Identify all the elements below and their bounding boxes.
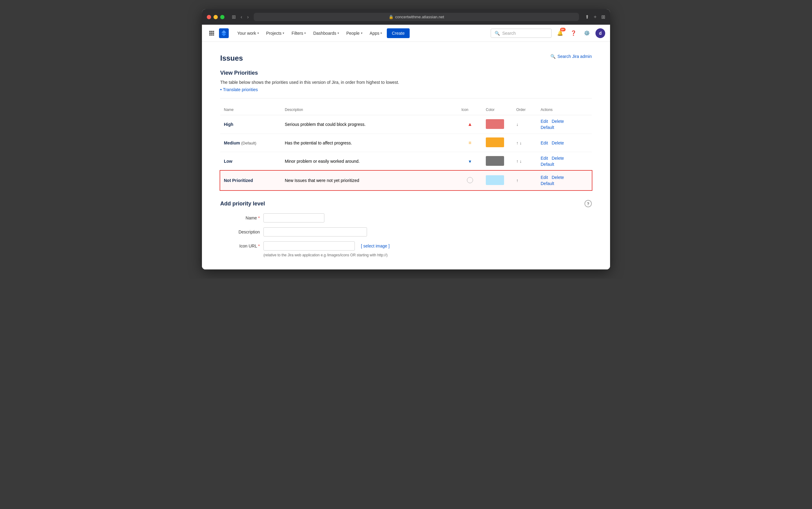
default-low-link[interactable]: Default [541, 162, 554, 167]
description-label: Description [220, 230, 260, 234]
dashboards-chevron: ▾ [337, 31, 339, 35]
page-title: Issues [220, 54, 243, 63]
search-icon: 🔍 [494, 31, 500, 36]
delete-not-prioritized-link[interactable]: Delete [552, 175, 564, 180]
svg-rect-7 [211, 34, 213, 36]
priority-name-not-prioritized: Not Prioritized [220, 171, 281, 191]
icon-required-marker: * [258, 243, 260, 248]
edit-high-link[interactable]: Edit [541, 119, 548, 124]
description-input[interactable] [263, 227, 367, 237]
order-up-not-prioritized[interactable]: ↑ [516, 178, 518, 183]
nav-bar: Your work ▾ Projects ▾ Filters ▾ Dashboa… [202, 25, 610, 42]
priority-color-low [482, 152, 513, 171]
search-box[interactable]: 🔍 Search [491, 29, 552, 38]
edit-medium-link[interactable]: Edit [541, 140, 548, 145]
svg-rect-8 [213, 34, 214, 36]
browser-actions: ⬆ ＋ ⊞ [585, 14, 605, 20]
jira-logo[interactable] [219, 28, 229, 38]
priority-desc-not-prioritized: New Issues that were not yet prioritized [281, 171, 458, 191]
minimize-button[interactable] [214, 15, 218, 19]
create-button[interactable]: Create [387, 28, 409, 38]
notifications-button[interactable]: 🔔 9+ [555, 28, 565, 38]
user-avatar[interactable]: d [595, 28, 605, 38]
browser-controls: ⊞ ‹ › [230, 13, 250, 21]
grid-icon[interactable] [207, 28, 217, 38]
icon-url-input[interactable] [263, 241, 355, 250]
lock-icon: 🔒 [389, 14, 394, 19]
default-high-link[interactable]: Default [541, 125, 554, 130]
priority-name-medium: Medium (Default) [220, 134, 281, 152]
filters-chevron: ▾ [304, 31, 306, 35]
delete-medium-link[interactable]: Delete [552, 140, 564, 145]
back-icon[interactable]: ‹ [239, 14, 243, 21]
translate-priorities-link[interactable]: Translate priorities [220, 87, 258, 92]
col-header-description: Description [281, 105, 458, 115]
order-down-high[interactable]: ↓ [516, 122, 518, 127]
order-down-low[interactable]: ↓ [520, 159, 522, 164]
new-tab-icon[interactable]: ＋ [593, 14, 598, 20]
view-priorities-title: View Priorities [220, 70, 592, 76]
svg-rect-5 [213, 33, 214, 34]
order-up-medium[interactable]: ↑ [516, 140, 518, 145]
priority-actions-not-prioritized: Edit Delete Default [537, 171, 592, 191]
close-button[interactable] [207, 15, 211, 19]
table-row: Medium (Default) Has the potential to af… [220, 134, 592, 152]
search-admin-icon: 🔍 [550, 54, 556, 59]
add-priority-title: Add priority level [220, 201, 265, 207]
medium-priority-icon: ≡ [469, 140, 471, 145]
forward-icon[interactable]: › [246, 14, 250, 21]
settings-button[interactable]: ⚙️ [582, 28, 592, 38]
color-swatch-medium [486, 137, 504, 147]
order-up-low[interactable]: ↑ [516, 159, 518, 164]
grid-view-icon[interactable]: ⊞ [601, 14, 605, 20]
svg-rect-1 [211, 31, 213, 32]
col-header-name: Name [220, 105, 281, 115]
maximize-button[interactable] [220, 15, 224, 19]
form-row-icon-url: Icon URL * [ select image ] [220, 241, 592, 250]
edit-low-link[interactable]: Edit [541, 156, 548, 161]
nav-your-work[interactable]: Your work ▾ [234, 25, 263, 42]
notification-badge: 9+ [560, 28, 565, 31]
sidebar-toggle-icon[interactable]: ⊞ [230, 13, 237, 21]
browser-titlebar: ⊞ ‹ › 🔒 concertwithme.atlassian.net ⬆ ＋ … [202, 9, 610, 25]
default-not-prioritized-link[interactable]: Default [541, 181, 554, 186]
delete-low-link[interactable]: Delete [552, 156, 564, 161]
col-header-icon: Icon [458, 105, 482, 115]
nav-people[interactable]: People ▾ [343, 25, 366, 42]
help-icon[interactable]: ? [585, 200, 592, 207]
share-icon[interactable]: ⬆ [585, 14, 589, 20]
svg-rect-2 [213, 31, 214, 32]
form-row-description: Description [220, 227, 592, 237]
order-down-medium[interactable]: ↓ [520, 140, 522, 145]
form-row-name: Name * [220, 213, 592, 223]
nav-projects[interactable]: Projects ▾ [263, 25, 288, 42]
table-row: Low Minor problem or easily worked aroun… [220, 152, 592, 171]
help-button[interactable]: ❓ [569, 28, 578, 38]
priority-actions-medium: Edit Delete [537, 134, 592, 152]
priority-actions-high: Edit Delete Default [537, 115, 592, 134]
nav-dashboards[interactable]: Dashboards ▾ [309, 25, 343, 42]
projects-chevron: ▾ [283, 31, 284, 35]
priority-name-low: Low [220, 152, 281, 171]
address-bar[interactable]: 🔒 concertwithme.atlassian.net [254, 13, 579, 21]
priority-color-medium [482, 134, 513, 152]
delete-high-link[interactable]: Delete [552, 119, 564, 124]
priority-icon-high: ▲ [458, 115, 482, 134]
edit-not-prioritized-link[interactable]: Edit [541, 175, 548, 180]
add-priority-header: Add priority level ? [220, 200, 592, 207]
priority-desc-high: Serious problem that could block progres… [281, 115, 458, 134]
page-header: Issues 🔍 Search Jira admin [220, 54, 592, 63]
nav-apps[interactable]: Apps ▾ [366, 25, 386, 42]
low-priority-icon: ▾ [469, 159, 471, 164]
color-swatch-not-prioritized [486, 175, 504, 185]
nav-filters[interactable]: Filters ▾ [288, 25, 309, 42]
select-image-link[interactable]: [ select image ] [361, 243, 390, 248]
search-admin-link[interactable]: 🔍 Search Jira admin [550, 54, 592, 59]
browser-window: ⊞ ‹ › 🔒 concertwithme.atlassian.net ⬆ ＋ … [202, 9, 610, 269]
add-priority-section: Add priority level ? Name * Description [220, 200, 592, 257]
priority-actions-low: Edit Delete Default [537, 152, 592, 171]
table-header-row: Name Description Icon Color Order Action… [220, 105, 592, 115]
name-input[interactable] [263, 213, 324, 223]
highlighted-table-row: Not Prioritized New Issues that were not… [220, 171, 592, 191]
priority-icon-not-prioritized [458, 171, 482, 191]
